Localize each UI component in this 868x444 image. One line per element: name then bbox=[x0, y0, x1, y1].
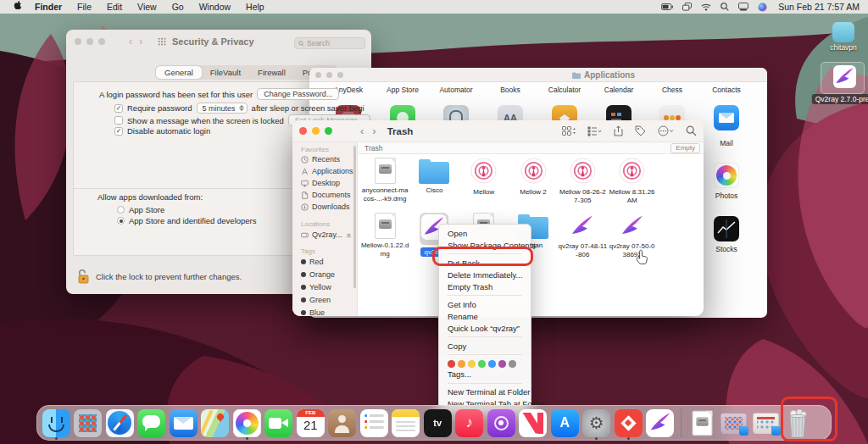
tag-color-yellow[interactable] bbox=[468, 360, 476, 368]
dock-icon-calendar[interactable]: FEB21 bbox=[296, 406, 326, 440]
tag-color-blue[interactable] bbox=[488, 360, 496, 368]
show-all-icon[interactable] bbox=[158, 37, 166, 46]
menu-window[interactable]: Window bbox=[192, 0, 238, 14]
close-button[interactable] bbox=[299, 127, 307, 135]
menu-item-rename[interactable]: Rename bbox=[439, 310, 531, 322]
file-mellow-08-26[interactable]: Mellow 08-26-27-305 bbox=[558, 158, 607, 204]
file-mellow-dmg[interactable]: Mellow-0.1.22.dmg bbox=[360, 213, 409, 258]
file-qv2ray-0748[interactable]: qv2ray 07-48-11-806 bbox=[558, 213, 607, 258]
require-password-dropdown[interactable]: 5 minutes bbox=[197, 103, 248, 114]
dock-icon-qv2ray[interactable] bbox=[646, 406, 676, 440]
dock-minimized-window-1[interactable] bbox=[720, 406, 749, 440]
tab-filevault[interactable]: FileVault bbox=[202, 66, 249, 79]
dock-icon-launchpad[interactable] bbox=[74, 406, 103, 440]
wifi-icon[interactable] bbox=[701, 3, 711, 11]
file-anyconnect-dmg[interactable]: anyconnect-macos-...-k9.dmg bbox=[360, 158, 409, 204]
sidebar-tag-green[interactable]: Green bbox=[301, 296, 331, 304]
dock-icon-podcasts[interactable] bbox=[487, 406, 516, 440]
disable-auto-login-checkbox[interactable]: ✓ bbox=[114, 127, 123, 136]
sidebar-scrollbar[interactable] bbox=[353, 146, 356, 288]
radio-circle-selected[interactable] bbox=[117, 217, 125, 225]
menu-item-delete-immediately[interactable]: Delete Immediately... bbox=[439, 269, 531, 280]
eject-icon[interactable] bbox=[346, 232, 352, 238]
icon-view-sort-icon[interactable] bbox=[562, 126, 576, 136]
app-icon-mail[interactable] bbox=[714, 105, 739, 130]
radio-identified-developers[interactable]: App Store and identified developers bbox=[117, 216, 257, 225]
screen-mirroring-icon[interactable] bbox=[682, 3, 692, 11]
tag-icon[interactable] bbox=[635, 125, 646, 136]
zoom-button[interactable] bbox=[98, 38, 105, 45]
unlocked-padlock-icon[interactable] bbox=[78, 269, 89, 284]
sidebar-item-qv2ray-disk[interactable]: Qv2ray... bbox=[301, 230, 352, 239]
forward-button[interactable]: › bbox=[136, 36, 146, 47]
close-button[interactable] bbox=[75, 38, 81, 45]
radio-circle[interactable] bbox=[117, 206, 125, 214]
menu-item-quick-look[interactable]: Quick Look “qv2ray” bbox=[439, 322, 531, 334]
tag-color-orange[interactable] bbox=[458, 360, 465, 368]
close-button[interactable] bbox=[315, 72, 321, 78]
zoom-button[interactable] bbox=[337, 72, 343, 78]
sidebar-item-downloads[interactable]: Downloads bbox=[301, 203, 350, 211]
tag-color-red[interactable] bbox=[448, 360, 455, 368]
dock-icon-reminders[interactable] bbox=[359, 406, 389, 440]
battery-icon[interactable] bbox=[661, 3, 673, 10]
sidebar-tag-yellow[interactable]: Yellow bbox=[301, 283, 331, 291]
menu-item-open[interactable]: Open bbox=[439, 227, 531, 239]
back-button[interactable]: ‹ bbox=[356, 125, 368, 136]
menu-item-get-info[interactable]: Get Info bbox=[439, 298, 531, 310]
dock-icon-anydesk[interactable] bbox=[614, 406, 643, 440]
empty-trash-button[interactable]: Empty bbox=[670, 143, 700, 153]
tag-color-purple[interactable] bbox=[498, 360, 506, 368]
file-cisco-folder[interactable]: Cisco bbox=[409, 158, 459, 204]
menu-item-empty-trash[interactable]: Empty Trash bbox=[439, 280, 531, 292]
dock-icon-photos[interactable] bbox=[232, 406, 262, 440]
menu-item-new-terminal[interactable]: New Terminal at Folder bbox=[439, 386, 531, 398]
menu-edit[interactable]: Edit bbox=[99, 0, 130, 14]
search-icon[interactable] bbox=[686, 125, 697, 136]
sidebar-tag-blue[interactable]: Blue bbox=[301, 308, 325, 316]
siri-icon[interactable] bbox=[758, 3, 767, 12]
dock-icon-system-preferences[interactable]: ⚙ bbox=[582, 406, 612, 440]
search-icon[interactable] bbox=[721, 3, 729, 11]
dock-icon-safari[interactable] bbox=[105, 406, 135, 440]
search-field[interactable]: Search bbox=[294, 37, 365, 49]
dock-icon-messages[interactable] bbox=[137, 406, 167, 440]
dock-icon-app-store[interactable]: A bbox=[550, 406, 580, 440]
sidebar-item-desktop[interactable]: Desktop bbox=[301, 179, 340, 187]
sidebar-item-recents[interactable]: Recents bbox=[301, 155, 340, 164]
sidebar-item-documents[interactable]: Documents bbox=[301, 191, 351, 199]
group-by-icon[interactable] bbox=[587, 126, 602, 136]
trash-toolbar[interactable]: ‹ › Trash bbox=[292, 120, 704, 142]
menu-file[interactable]: File bbox=[70, 0, 99, 14]
file-mellow-2[interactable]: Mellow 2 bbox=[509, 158, 558, 204]
desktop-icon-qv2ray[interactable] bbox=[833, 65, 856, 88]
tag-color-gray[interactable] bbox=[509, 360, 516, 368]
dock-minimized-window-2[interactable] bbox=[751, 406, 781, 440]
display-icon[interactable] bbox=[738, 3, 748, 11]
sidebar-tag-orange[interactable]: Orange bbox=[301, 270, 335, 279]
menu-view[interactable]: View bbox=[130, 0, 164, 14]
menu-finder[interactable]: Finder bbox=[27, 0, 70, 14]
change-password-button[interactable]: Change Password... bbox=[257, 88, 339, 100]
file-qv2ray-0750[interactable]: qv2ray 07-50-038692 bbox=[607, 213, 656, 258]
forward-button[interactable]: › bbox=[368, 125, 380, 136]
menu-help[interactable]: Help bbox=[238, 0, 272, 14]
tab-firewall[interactable]: Firewall bbox=[249, 66, 294, 79]
file-mellow-831[interactable]: Mellow 8.31.26 AM bbox=[607, 158, 656, 204]
app-icon-photos[interactable] bbox=[714, 163, 739, 188]
tag-color-green[interactable] bbox=[478, 360, 486, 368]
dock-icon-dmg-document[interactable] bbox=[687, 406, 717, 440]
dock-icon-finder[interactable] bbox=[42, 406, 71, 440]
sidebar-tag-red[interactable]: Red bbox=[301, 258, 324, 266]
radio-app-store[interactable]: App Store bbox=[117, 205, 164, 214]
applications-titlebar[interactable]: Applications bbox=[309, 68, 767, 82]
dock-icon-maps[interactable] bbox=[201, 406, 231, 440]
dock-icon-tv[interactable]: tv bbox=[423, 406, 453, 440]
dock-icon-notes[interactable] bbox=[392, 406, 421, 440]
file-mellow[interactable]: Mellow bbox=[459, 158, 509, 204]
dock-icon-facetime[interactable] bbox=[264, 406, 294, 440]
require-password-checkbox[interactable]: ✓ bbox=[114, 104, 123, 113]
dock-icon-mail[interactable] bbox=[169, 406, 198, 440]
dock-icon-news[interactable] bbox=[519, 406, 548, 440]
minimize-button[interactable] bbox=[326, 72, 332, 78]
